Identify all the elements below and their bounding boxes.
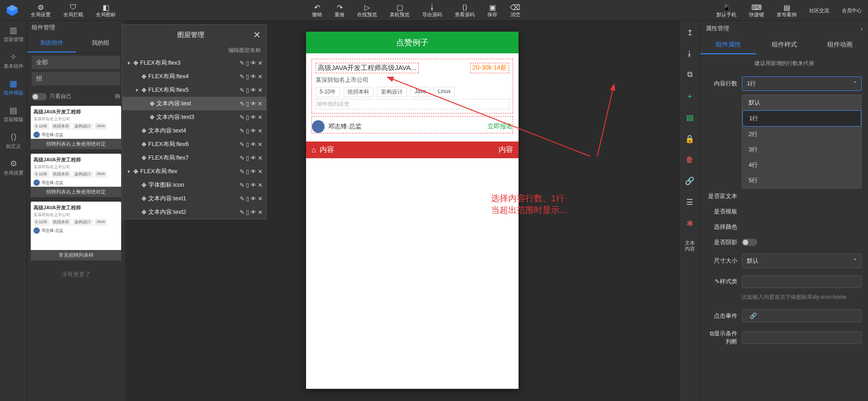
visibility-icon[interactable]: 👁 bbox=[250, 73, 256, 80]
delete-icon[interactable]: ✕ bbox=[258, 127, 263, 134]
template-card[interactable]: 高级JAVA开发工程师某深圳知名上市公司5-10年统招本科架构设计Java邓志锋… bbox=[31, 154, 121, 197]
rail-page-templates[interactable]: ▤页面模版 bbox=[0, 101, 27, 127]
copy-icon[interactable]: ▯ bbox=[246, 100, 249, 107]
delete-icon[interactable]: ✕ bbox=[258, 114, 263, 121]
copy-icon[interactable]: ▯ bbox=[246, 195, 249, 202]
delete-icon[interactable]: 🗑 bbox=[686, 156, 693, 165]
settings-icon[interactable]: ✻ bbox=[687, 219, 693, 228]
global-block-button[interactable]: 🛡全局拦截 bbox=[57, 1, 90, 19]
shadow-toggle[interactable] bbox=[742, 239, 757, 246]
visibility-icon[interactable]: 👁 bbox=[250, 100, 256, 107]
delete-icon[interactable]: ✕ bbox=[258, 195, 263, 202]
rail-pages[interactable]: ▥页面管理 bbox=[0, 21, 27, 47]
edit-icon[interactable]: ✎ bbox=[240, 60, 245, 66]
lines-option-3[interactable]: 3行 bbox=[742, 142, 861, 157]
shortcut-button[interactable]: ⌨快捷键 bbox=[743, 1, 770, 19]
lines-option-default[interactable]: 默认 bbox=[742, 95, 861, 110]
save-button[interactable]: ▣保存 bbox=[481, 1, 504, 19]
global-icon-button[interactable]: ◧全局图标 bbox=[90, 1, 122, 19]
rail-basic-components[interactable]: ✧基本组件 bbox=[0, 47, 27, 74]
layer-row[interactable]: ✥字体图标:icon✎▯👁✕ bbox=[123, 178, 266, 192]
job-title-text[interactable]: 高级JAVA开发工程师高级JAVA... bbox=[316, 63, 419, 73]
copy-icon[interactable]: ⧉ bbox=[687, 70, 693, 79]
layer-row[interactable]: ✥FLEX布局:flex6✎▯👁✕ bbox=[123, 137, 266, 151]
edit-icon[interactable]: ✎ bbox=[240, 182, 245, 189]
only-mine-toggle[interactable] bbox=[32, 93, 47, 100]
filter-search-input[interactable]: 招 bbox=[32, 72, 120, 85]
member-center-button[interactable]: 会员中心 bbox=[835, 1, 868, 19]
close-icon[interactable]: ✕ bbox=[253, 29, 261, 40]
apply-button[interactable]: 立即报名 bbox=[487, 123, 513, 131]
move-down-icon[interactable]: ⭳ bbox=[686, 49, 693, 58]
layers-icon[interactable]: ☰ bbox=[686, 198, 693, 207]
publish-case-button[interactable]: ▤发布案例 bbox=[770, 1, 803, 19]
lines-option-1[interactable]: 1行 bbox=[742, 110, 861, 127]
layer-row[interactable]: ✥FLEX布局:flex4✎▯👁✕ bbox=[123, 70, 266, 83]
edit-icon[interactable]: ✎ bbox=[240, 73, 245, 80]
copy-icon[interactable]: ▯ bbox=[246, 87, 249, 94]
delete-icon[interactable]: ✕ bbox=[258, 141, 263, 148]
copy-icon[interactable]: ▯ bbox=[246, 209, 249, 216]
drop-zone-hint[interactable]: 组件拖到这里 bbox=[316, 99, 509, 109]
delete-icon[interactable]: ✕ bbox=[258, 168, 263, 175]
copy-icon[interactable]: ▯ bbox=[246, 60, 249, 66]
edit-icon[interactable]: ✎ bbox=[240, 100, 245, 107]
copy-icon[interactable]: ▯ bbox=[246, 127, 249, 134]
layer-row[interactable]: ✥文本内容:text4✎▯👁✕ bbox=[123, 124, 266, 137]
lock-icon[interactable]: 🔒 bbox=[685, 134, 694, 144]
delete-icon[interactable]: ✕ bbox=[258, 60, 263, 66]
visibility-icon[interactable]: 👁 bbox=[250, 182, 256, 189]
layer-row[interactable]: ✥文本内容:text2✎▯👁✕ bbox=[123, 205, 266, 219]
visibility-icon[interactable]: 👁 bbox=[250, 114, 256, 121]
community-button[interactable]: 社区交流 bbox=[803, 1, 835, 19]
view-source-button[interactable]: ⟨⟩查看源码 bbox=[448, 1, 481, 19]
visibility-icon[interactable]: 👁 bbox=[250, 195, 256, 202]
redo-button[interactable]: ↷重做 bbox=[328, 1, 351, 19]
preview-online-button[interactable]: ▷在线预览 bbox=[351, 1, 383, 19]
visibility-icon[interactable]: 👁 bbox=[250, 60, 256, 66]
layer-row[interactable]: ▾✥FLEX布局:flex3✎▯👁✕ bbox=[123, 56, 266, 70]
layer-row[interactable]: ✥FLEX布局:flex7✎▯👁✕ bbox=[123, 151, 266, 165]
filter-all[interactable]: 全部 bbox=[32, 56, 120, 69]
rail-custom[interactable]: ⟨⟩自定义 bbox=[0, 127, 27, 154]
delete-icon[interactable]: ✕ bbox=[258, 182, 263, 189]
rail-global-settings[interactable]: ⚙全局设置 bbox=[0, 154, 27, 181]
template-card[interactable]: 高级JAVA开发工程师某深圳知名上市公司5-10年统招本科架构设计Java邓志锋… bbox=[31, 106, 121, 149]
job-card[interactable]: 高级JAVA开发工程师高级JAVA... 20-30k·14薪 某深圳知名上市公… bbox=[311, 59, 513, 113]
add-icon[interactable]: ＋ bbox=[686, 91, 693, 101]
export-source-button[interactable]: ⭳导出源码 bbox=[416, 1, 448, 19]
rail-component-templates[interactable]: ▦组件模版 bbox=[0, 74, 27, 101]
delete-icon[interactable]: ✕ bbox=[258, 100, 263, 107]
lines-option-2[interactable]: 2行 bbox=[742, 127, 861, 142]
tab-component-style[interactable]: 组件样式 bbox=[756, 36, 812, 54]
tab-component-props[interactable]: 组件属性 bbox=[700, 36, 756, 54]
visibility-icon[interactable]: 👁 bbox=[250, 127, 256, 134]
visibility-icon[interactable]: 👁 bbox=[250, 168, 256, 175]
undo-button[interactable]: ↶撤销 bbox=[306, 1, 328, 19]
layer-row[interactable]: ▾✥FLEX布局:flex5✎▯👁✕ bbox=[123, 83, 266, 97]
list-icon[interactable]: ▤ bbox=[686, 113, 693, 123]
tab-my-components[interactable]: 我的组 bbox=[76, 34, 125, 52]
copy-icon[interactable]: ▯ bbox=[246, 168, 249, 175]
visibility-icon[interactable]: 👁 bbox=[250, 209, 256, 216]
edit-icon[interactable]: ✎ bbox=[240, 168, 245, 175]
lines-select[interactable]: 1行˄ bbox=[742, 76, 862, 91]
layer-row[interactable]: ▾✥FLEX布局:flex✎▯👁✕ bbox=[123, 165, 266, 178]
global-settings-button[interactable]: ⚙全局设置 bbox=[24, 1, 57, 19]
copy-icon[interactable]: ▯ bbox=[246, 141, 249, 148]
size-select[interactable]: 默认˅ bbox=[742, 254, 862, 268]
copy-icon[interactable]: ▯ bbox=[246, 155, 249, 161]
tab-component-anim[interactable]: 组件动画 bbox=[812, 36, 868, 54]
template-card[interactable]: 高级JAVA开发工程师某深圳知名上市公司5-10年统招本科架构设计Java邓志锋… bbox=[31, 202, 121, 260]
move-up-icon[interactable]: ↥ bbox=[687, 28, 693, 38]
delete-icon[interactable]: ✕ bbox=[258, 87, 263, 94]
edit-icon[interactable]: ✎ bbox=[240, 114, 245, 121]
edit-icon[interactable]: ✎ bbox=[240, 127, 245, 134]
layer-row[interactable]: ✥文本内容:text✎▯👁✕ bbox=[123, 97, 266, 110]
lines-option-5[interactable]: 5行 bbox=[742, 173, 861, 188]
expand-icon[interactable]: › bbox=[861, 25, 863, 32]
edit-layer-names[interactable]: 编辑图层名称 bbox=[123, 45, 266, 56]
edit-icon[interactable]: ✎ bbox=[240, 155, 245, 161]
delete-icon[interactable]: ✕ bbox=[258, 73, 263, 80]
visibility-icon[interactable]: 👁 bbox=[250, 155, 256, 161]
